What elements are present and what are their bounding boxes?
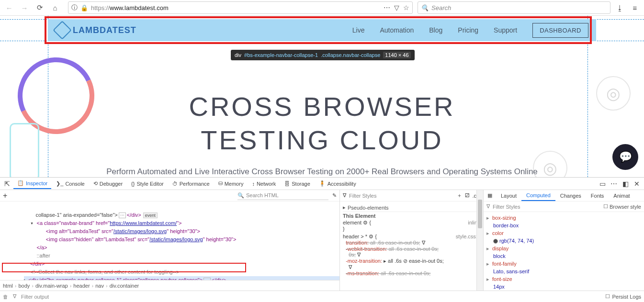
- hero-title-line2: TESTING CLOUD: [201, 125, 443, 155]
- logo-mark-icon: [53, 21, 72, 40]
- browser-styles-checkbox[interactable]: ☐ Browser style: [603, 203, 641, 210]
- persist-logs-checkbox[interactable]: ☐ Persist Logs: [605, 293, 641, 300]
- crumb-header[interactable]: header: [73, 283, 90, 289]
- tooltip-id: #bs-example-navbar-collapse-1: [244, 52, 318, 58]
- tab-storage[interactable]: 🗄 Storage: [281, 179, 314, 189]
- tab-changes[interactable]: Changes: [555, 191, 586, 201]
- reload-button[interactable]: ⟳: [34, 1, 46, 14]
- this-element-header: This Element: [343, 212, 480, 220]
- tab-fonts[interactable]: Fonts: [586, 191, 609, 201]
- dom-panel: + 🔍 Search HTML ✎ collapse-1" aria-expan…: [0, 190, 340, 291]
- nav-link-support[interactable]: Support: [494, 26, 517, 34]
- nav-link-blog[interactable]: Blog: [429, 26, 442, 34]
- search-html-input[interactable]: 🔍 Search HTML: [237, 191, 328, 200]
- nav-links: Live Automation Blog Pricing Support DAS…: [352, 23, 588, 38]
- pick-element-button[interactable]: ⇱: [2, 180, 12, 188]
- box-model-icon[interactable]: ▦: [484, 190, 496, 201]
- rule-stylecss: header > * ⚙ {style.css:1 transition: al…: [343, 234, 480, 276]
- url-text: https://www.lambdatest.com: [91, 4, 381, 11]
- logo-text: LAMBDATEST: [73, 25, 136, 35]
- tab-style-editor[interactable]: {} Style Editor: [127, 179, 168, 189]
- forward-button[interactable]: →: [18, 1, 31, 14]
- tab-animations[interactable]: Animat: [609, 191, 634, 201]
- browser-search-bar[interactable]: 🔍 Search: [418, 1, 610, 14]
- browser-chrome: ← → ⟳ ⌂ ⓘ 🔒 https://www.lambdatest.com ⋯…: [0, 0, 644, 16]
- menu-button[interactable]: ≡: [629, 1, 641, 14]
- search-icon: 🔍: [421, 4, 429, 11]
- computed-filter-input[interactable]: Filter Styles: [493, 204, 600, 210]
- tooltip-class: .collapse.navbar-collapse: [321, 52, 380, 58]
- crumb-body[interactable]: body: [18, 283, 30, 289]
- nav-link-pricing[interactable]: Pricing: [458, 26, 478, 34]
- home-button[interactable]: ⌂: [49, 1, 61, 14]
- responsive-mode-button[interactable]: ▭: [597, 180, 608, 188]
- crumb-html[interactable]: html: [3, 283, 13, 289]
- tab-performance[interactable]: ⏱ Performance: [169, 179, 214, 189]
- computed-filter-row: ∇ Filter Styles ☐ Browser style: [484, 201, 644, 212]
- tab-debugger[interactable]: ⟲ Debugger: [90, 179, 126, 189]
- reader-icon[interactable]: ▽: [394, 4, 399, 11]
- tab-console[interactable]: ❯_ Console: [52, 179, 88, 189]
- filter-output-input[interactable]: Filter output: [21, 294, 49, 300]
- more-icon[interactable]: ⋯: [384, 4, 390, 11]
- styles-body[interactable]: ▸ Pseudo-elements This Element element ⚙…: [340, 201, 483, 291]
- add-rule-button[interactable]: ＋: [457, 192, 462, 199]
- clear-console-button[interactable]: 🗑: [3, 294, 8, 300]
- tab-network[interactable]: ↕ Network: [248, 179, 280, 189]
- downloads-button[interactable]: ⭳: [613, 1, 626, 14]
- devtools-body: + 🔍 Search HTML ✎ collapse-1" aria-expan…: [0, 190, 644, 291]
- add-element-button[interactable]: +: [3, 191, 7, 200]
- star-icon[interactable]: ☆: [403, 4, 409, 11]
- devtools-footer: 🗑 ∇ Filter output ☐ Persist Logs: [0, 291, 644, 302]
- devtools-options-button[interactable]: ⋯: [609, 180, 619, 188]
- styles-panel: ∇ Filter Styles ＋ ⚂ .cls ▸ Pseudo-elemen…: [340, 190, 484, 291]
- site-navbar: LAMBDATEST Live Automation Blog Pricing …: [48, 19, 596, 41]
- computed-tabs: ▦ Layout Computed Changes Fonts Animat: [484, 190, 644, 201]
- computed-list[interactable]: ▸box-sizing border-box ▸color rgb(74, 74…: [484, 212, 644, 291]
- inspector-tooltip: div#bs-example-navbar-collapse-1.collaps…: [231, 50, 415, 60]
- tab-memory[interactable]: ⛁ Memory: [215, 179, 248, 189]
- hero-title-line1: CROSS BROWSER: [189, 91, 455, 122]
- dashboard-button[interactable]: DASHBOARD: [532, 23, 588, 38]
- pseudo-elements-row[interactable]: ▸ Pseudo-elements: [343, 203, 480, 212]
- tab-inspector[interactable]: 📋 Inspector: [13, 178, 51, 189]
- rule-inline: element ⚙ {inline}: [343, 220, 480, 232]
- computed-panel: ▦ Layout Computed Changes Fonts Animat ∇…: [484, 190, 644, 291]
- url-bar[interactable]: ⓘ 🔒 https://www.lambdatest.com ⋯ ▽ ☆: [68, 1, 413, 14]
- tooltip-dimensions: 1140 × 46: [383, 52, 410, 58]
- dom-tree[interactable]: collapse-1" aria-expanded="false">⋯</div…: [0, 201, 339, 280]
- filter-icon: ∇: [343, 192, 346, 199]
- devtools-tabs: ⇱ 📋 Inspector ❯_ Console ⟲ Debugger {} S…: [0, 178, 644, 190]
- hero-title: CROSS BROWSER TESTING CLOUD: [0, 90, 644, 157]
- dom-line: collapse-1" aria-expanded="false">⋯</div…: [24, 212, 158, 218]
- page-viewport: LAMBDATEST Live Automation Blog Pricing …: [0, 16, 644, 177]
- dom-toolbar: + 🔍 Search HTML ✎: [0, 190, 339, 201]
- site-logo[interactable]: LAMBDATEST: [56, 23, 136, 37]
- styles-filter-input[interactable]: Filter Styles: [349, 193, 454, 199]
- tab-accessibility[interactable]: 🧍 Accessibility: [315, 179, 360, 189]
- devtools-close-button[interactable]: ✕: [632, 180, 642, 188]
- devtools: ⇱ 📋 Inspector ❯_ Console ⟲ Debugger {} S…: [0, 177, 644, 302]
- search-placeholder: Search: [431, 4, 451, 11]
- dock-side-button[interactable]: ◧: [620, 180, 631, 188]
- info-icon: ⓘ: [71, 3, 78, 12]
- filter-icon: ∇: [486, 203, 490, 210]
- hero-subtitle: Perform Automated and Live Interactive C…: [0, 167, 644, 177]
- nav-link-live[interactable]: Live: [352, 26, 365, 34]
- breadcrumb[interactable]: html› body› div.main-wrap› header› nav› …: [0, 280, 339, 291]
- crumb-main-wrap[interactable]: div.main-wrap: [35, 283, 68, 289]
- lock-icon: 🔒: [80, 4, 88, 11]
- tab-layout[interactable]: Layout: [496, 191, 521, 201]
- crumb-nav[interactable]: nav: [95, 283, 104, 289]
- filter-icon: ∇: [13, 293, 16, 300]
- crumb-container[interactable]: div.container: [110, 283, 139, 289]
- nav-link-automation[interactable]: Automation: [380, 26, 414, 34]
- back-button[interactable]: ←: [3, 1, 15, 14]
- hover-toggle[interactable]: ⚂: [465, 192, 470, 199]
- dom-selected-line: ▸ <div id="bs-example-navbar-collapse-1"…: [24, 276, 339, 280]
- styles-scrollbar[interactable]: [476, 190, 483, 291]
- styles-toolbar: ∇ Filter Styles ＋ ⚂ .cls: [340, 190, 483, 201]
- tab-computed[interactable]: Computed: [521, 190, 555, 201]
- eyedropper-button[interactable]: ✎: [332, 192, 337, 199]
- color-swatch-icon: [493, 239, 498, 244]
